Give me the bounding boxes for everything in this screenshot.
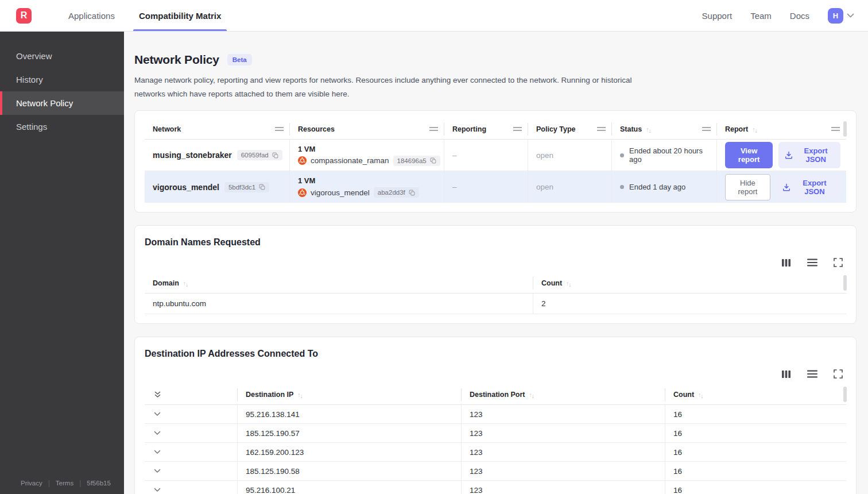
report-cell: Hide report Export JSON bbox=[717, 171, 846, 203]
privacy-link[interactable]: Privacy bbox=[21, 480, 42, 487]
network-row-musing-stonebraker[interactable]: musing_stonebraker 60959fad 1 VM bbox=[145, 140, 846, 171]
sort-icon[interactable]: ↑↓ bbox=[698, 392, 703, 398]
table-scrollbar-thumb[interactable] bbox=[843, 121, 847, 137]
export-json-button[interactable]: Export JSON bbox=[778, 142, 840, 168]
sidebar-item-overview[interactable]: Overview bbox=[0, 44, 124, 68]
column-picker-icon[interactable] bbox=[781, 258, 791, 267]
column-picker-icon[interactable] bbox=[781, 370, 791, 379]
export-json-button[interactable]: Export JSON bbox=[776, 174, 840, 200]
network-row-vigorous-mendel[interactable]: vigorous_mendel 5bdf3dc1 1 VM bbox=[145, 171, 846, 203]
domain-names-card: Domain Names Requested Domain ↑↓ bbox=[134, 225, 857, 324]
sidebar-item-history[interactable]: History bbox=[0, 68, 124, 91]
network-policy-card: Network Resources Reporting Policy Type bbox=[134, 110, 857, 213]
status-dot bbox=[620, 185, 624, 189]
destination-port-cell: 123 bbox=[462, 481, 665, 494]
column-resize-handle[interactable] bbox=[831, 127, 840, 131]
reporting-cell: – bbox=[444, 171, 528, 203]
column-resize-handle[interactable] bbox=[429, 127, 438, 131]
expand-row-chevron-icon[interactable] bbox=[154, 450, 161, 454]
status-dot bbox=[620, 153, 624, 157]
hide-report-button[interactable]: Hide report bbox=[725, 174, 770, 200]
destination-ip-row: 95.216.100.21 123 16 bbox=[145, 481, 846, 494]
destination-ip-row: 185.125.190.58 123 16 bbox=[145, 462, 846, 481]
status-cell: Ended 1 day ago bbox=[612, 171, 717, 203]
app-logo[interactable]: R bbox=[16, 8, 32, 24]
count-cell: 16 bbox=[665, 424, 846, 442]
column-label: Report bbox=[725, 125, 748, 133]
nav-link-team[interactable]: Team bbox=[750, 11, 772, 21]
logo-letter: R bbox=[21, 10, 28, 21]
sidebar-item-settings[interactable]: Settings bbox=[0, 115, 124, 138]
sort-icon[interactable]: ↑↓ bbox=[297, 392, 303, 398]
sort-icon[interactable]: ↑↓ bbox=[183, 280, 188, 287]
ubuntu-logo-icon bbox=[298, 188, 307, 197]
copy-icon[interactable] bbox=[259, 184, 265, 190]
domain-card-title: Domain Names Requested bbox=[145, 237, 846, 248]
column-resize-handle[interactable] bbox=[702, 127, 711, 131]
domain-table-header: Domain ↑↓ Count ↑↓ bbox=[145, 273, 846, 294]
destination-port-cell: 123 bbox=[462, 424, 665, 442]
nav-link-support[interactable]: Support bbox=[702, 11, 733, 21]
vm-id: 184696a5 bbox=[397, 157, 427, 164]
destination-ip-row: 95.216.138.141 123 16 bbox=[145, 405, 846, 424]
column-resize-handle[interactable] bbox=[275, 127, 284, 131]
expand-cell bbox=[145, 481, 238, 494]
expand-row-chevron-icon[interactable] bbox=[154, 412, 161, 416]
status-text: Ended 1 day ago bbox=[629, 183, 685, 191]
sort-icon[interactable]: ↑↓ bbox=[646, 126, 651, 133]
network-id-badge: 60959fad bbox=[237, 150, 282, 160]
copy-icon[interactable] bbox=[430, 157, 436, 164]
column-header-policy-type: Policy Type bbox=[528, 123, 612, 136]
row-density-icon[interactable] bbox=[807, 258, 817, 267]
fullscreen-icon[interactable] bbox=[834, 369, 843, 379]
destination-port-cell: 123 bbox=[462, 462, 665, 480]
copy-icon[interactable] bbox=[409, 190, 415, 196]
sidebar-footer: Privacy | Terms | 5f56b15 bbox=[0, 479, 124, 487]
vm-line: vigorous_mendel aba2dd3f bbox=[298, 187, 419, 198]
expand-row-chevron-icon[interactable] bbox=[154, 431, 161, 435]
network-name: vigorous_mendel bbox=[153, 183, 219, 192]
count-cell: 2 bbox=[533, 294, 846, 314]
sort-icon[interactable]: ↑↓ bbox=[529, 392, 534, 398]
column-resize-handle[interactable] bbox=[597, 127, 606, 131]
column-header-report: Report ↑↓ bbox=[717, 123, 846, 136]
column-label: Domain bbox=[153, 279, 179, 287]
user-avatar[interactable]: H bbox=[828, 8, 843, 24]
sort-icon[interactable]: ↑↓ bbox=[752, 126, 757, 133]
row-density-icon[interactable] bbox=[807, 370, 817, 378]
top-nav-tabs: Applications Compatibility Matrix bbox=[66, 0, 223, 31]
reporting-cell: – bbox=[444, 140, 528, 171]
sidebar-item-network-policy[interactable]: Network Policy bbox=[0, 91, 124, 115]
count-cell: 16 bbox=[665, 405, 846, 423]
table-scrollbar-thumb[interactable] bbox=[843, 387, 847, 402]
top-nav-right: Support Team Docs H bbox=[702, 8, 854, 24]
column-label: Resources bbox=[298, 125, 335, 133]
destination-ip-row: 162.159.200.123 123 16 bbox=[145, 443, 846, 462]
user-menu[interactable]: H bbox=[828, 8, 854, 24]
tab-compatibility-matrix[interactable]: Compatibility Matrix bbox=[137, 0, 223, 31]
resources-cell: 1 VM vigorous_mendel aba2dd3f bbox=[290, 171, 444, 203]
destination-ip-cell: 95.216.100.21 bbox=[238, 481, 462, 494]
chevron-down-icon[interactable] bbox=[847, 13, 854, 18]
vm-count: 1 VM bbox=[298, 176, 315, 185]
column-header-resources: Resources bbox=[290, 123, 444, 136]
expand-row-chevron-icon[interactable] bbox=[154, 469, 161, 473]
column-resize-handle[interactable] bbox=[513, 127, 522, 131]
domain-row: ntp.ubuntu.com 2 bbox=[145, 294, 846, 314]
terms-link[interactable]: Terms bbox=[56, 480, 73, 487]
expand-all-icon[interactable] bbox=[154, 391, 161, 398]
view-report-button[interactable]: View report bbox=[725, 142, 773, 168]
sort-icon[interactable]: ↑↓ bbox=[566, 280, 571, 287]
column-header-domain: Domain ↑↓ bbox=[145, 277, 533, 290]
expand-row-chevron-icon[interactable] bbox=[154, 488, 161, 492]
vm-id-badge: 184696a5 bbox=[393, 156, 440, 166]
copy-icon[interactable] bbox=[272, 152, 278, 159]
count-cell: 16 bbox=[665, 462, 846, 480]
tab-applications[interactable]: Applications bbox=[66, 0, 117, 31]
fullscreen-icon[interactable] bbox=[834, 258, 843, 267]
destination-ip-cell: 162.159.200.123 bbox=[238, 443, 462, 461]
nav-link-docs[interactable]: Docs bbox=[790, 11, 809, 21]
domain-cell: ntp.ubuntu.com bbox=[145, 294, 533, 314]
table-scrollbar-thumb[interactable] bbox=[843, 275, 847, 291]
destination-card-title: Destination IP Addresses Connected To bbox=[145, 349, 846, 359]
